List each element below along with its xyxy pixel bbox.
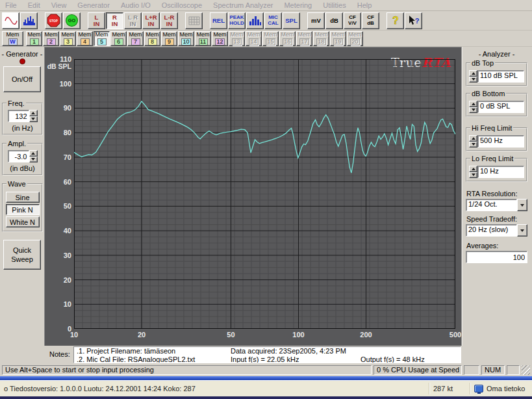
mem-14-button[interactable]: Mem14 <box>246 31 262 46</box>
freq-spin-down-button[interactable] <box>29 116 38 123</box>
mem-label: Mem <box>112 32 125 38</box>
truerta-window: FileEditViewGeneratorAudio I/OOscillosco… <box>0 0 532 399</box>
mem-2-button[interactable]: Mem2 <box>43 31 59 46</box>
lo-freq-value[interactable]: 10 Hz <box>477 166 524 178</box>
crest-factor-vv-button[interactable]: CFV/V <box>344 12 361 29</box>
db-bottom-group: dB Bottom 0 dB SPL <box>466 93 527 117</box>
rta-resolution-value: 1/24 Oct. <box>466 199 517 211</box>
mem-9-button[interactable]: Mem9 <box>161 31 177 46</box>
spectrum-analyzer-button[interactable] <box>20 12 38 29</box>
mem-6-button[interactable]: Mem6 <box>110 31 127 46</box>
mem-7-button[interactable]: Mem7 <box>127 31 144 46</box>
speed-tradeoff-select[interactable]: 20 Hz (slow) <box>466 224 527 237</box>
mv-units-button[interactable]: mV <box>307 12 325 29</box>
hi-freq-spin-down-button[interactable] <box>469 142 477 148</box>
mem-number-badge: W <box>8 38 18 45</box>
menu-view[interactable]: View <box>51 1 67 9</box>
db-bottom-spin-up-button[interactable] <box>469 101 477 107</box>
db-top-spin-down-button[interactable] <box>469 77 477 83</box>
mem-18-button[interactable]: Mem18 <box>313 31 329 46</box>
resize-grip[interactable] <box>522 365 530 375</box>
menu-spectrum-analyzer[interactable]: Spectrum Analyzer <box>213 1 273 9</box>
menu-file[interactable]: File <box>5 1 17 9</box>
left-input-button[interactable]: LIN <box>88 12 105 29</box>
mem-w-button[interactable]: MemW <box>2 31 23 46</box>
menu-metering[interactable]: Metering <box>284 1 312 9</box>
notes-label: Notes: <box>49 350 70 358</box>
averages-input[interactable] <box>466 251 527 263</box>
up-arrow-icon <box>472 137 475 140</box>
db-bottom-value[interactable]: 0 dB SPL <box>477 101 524 113</box>
explorer-status-bar: o Tiedostoversio: 1.0.0.0 Luotu: 24.12.2… <box>0 380 532 399</box>
input-sample-rate: Input f(s) = 22.05 kHz <box>231 355 361 363</box>
speed-tradeoff-dropdown-button[interactable] <box>517 224 527 237</box>
mem-15-button[interactable]: Mem15 <box>262 31 279 46</box>
go-button[interactable]: GO <box>63 12 81 29</box>
wave-sine-button[interactable]: Sine <box>6 192 40 203</box>
generator-waveform-button[interactable] <box>2 12 19 29</box>
bar-graph-button[interactable] <box>246 12 264 29</box>
rta-resolution-select[interactable]: 1/24 Oct. <box>466 199 527 211</box>
down-arrow-icon <box>472 174 475 176</box>
notes-box[interactable]: .1. Project Filename: tämäseon Data acqu… <box>73 346 461 363</box>
mem-20-button[interactable]: Mem20 <box>347 31 363 46</box>
mem-16-button[interactable]: Mem16 <box>279 31 296 46</box>
db-bottom-spin-down-button[interactable] <box>469 107 477 114</box>
mem-5-button[interactable]: Mem5 <box>94 31 110 46</box>
workspace: - Generator - On/Off Freq. (in Hz) Ampl. <box>0 47 532 346</box>
grid-button[interactable] <box>185 12 203 29</box>
ampl-spin-down-button[interactable] <box>29 157 38 163</box>
sum-input-button[interactable]: L+RIN <box>142 12 160 29</box>
peak-hold-button[interactable]: PEAKHOLD <box>228 12 246 29</box>
down-arrow-icon <box>472 109 475 111</box>
mem-3-button[interactable]: Mem3 <box>60 31 76 46</box>
wave-white-noise-button[interactable]: White N <box>6 216 40 227</box>
mem-10-button[interactable]: Mem10 <box>178 31 194 46</box>
stop-button[interactable]: STOP <box>45 12 62 29</box>
help-button[interactable]: ? <box>386 12 404 29</box>
menu-help[interactable]: Help <box>357 1 372 9</box>
mem-1-button[interactable]: Mem1 <box>26 31 42 46</box>
ampl-input[interactable] <box>8 150 29 162</box>
right-input-button[interactable]: RIN <box>106 12 123 29</box>
lo-freq-spin-up-button[interactable] <box>469 166 477 172</box>
freq-spin-up-button[interactable] <box>29 110 38 116</box>
mem-number-badge: 18 <box>316 38 325 45</box>
mem-11-button[interactable]: Mem11 <box>195 31 211 46</box>
menu-utilities[interactable]: Utilities <box>323 1 346 9</box>
mem-8-button[interactable]: Mem8 <box>144 31 160 46</box>
spl-button[interactable]: SPL <box>283 12 300 29</box>
mem-12-button[interactable]: Mem12 <box>212 31 228 46</box>
rta-resolution-dropdown-button[interactable] <box>517 199 527 211</box>
wave-pink-noise-button[interactable]: Pink N <box>6 204 40 215</box>
wave-group: Wave Sine Pink N White N <box>2 183 43 232</box>
stereo-input-button[interactable]: L RIN <box>124 12 142 29</box>
mem-number-badge: 9 <box>165 38 174 45</box>
mem-17-button[interactable]: Mem17 <box>296 31 312 46</box>
context-help-button[interactable]: ? <box>405 12 422 29</box>
menu-oscilloscope[interactable]: Oscilloscope <box>162 1 202 9</box>
menu-edit[interactable]: Edit <box>28 1 40 9</box>
diff-input-button[interactable]: L-RIN <box>160 12 178 29</box>
crest-factor-db-button[interactable]: CFdB <box>362 12 379 29</box>
hi-freq-spin-up-button[interactable] <box>469 135 477 142</box>
menu-generator[interactable]: Generator <box>77 1 110 9</box>
mem-4-button[interactable]: Mem4 <box>77 31 93 46</box>
mem-19-button[interactable]: Mem19 <box>330 31 346 46</box>
mem-13-button[interactable]: Mem13 <box>229 31 245 46</box>
db-top-spin-up-button[interactable] <box>469 70 477 77</box>
db-top-value[interactable]: 110 dB SPL <box>477 70 524 83</box>
freq-input[interactable] <box>8 110 29 122</box>
lo-freq-spin-down-button[interactable] <box>469 172 477 179</box>
menu-audio-i-o[interactable]: Audio I/O <box>121 1 151 9</box>
ampl-spin-up-button[interactable] <box>29 150 38 157</box>
relative-mode-button[interactable]: REL <box>210 12 227 29</box>
quick-sweep-button[interactable]: Quick Sweep <box>3 240 41 270</box>
db-units-button[interactable]: dB <box>325 12 343 29</box>
button-label: IN <box>130 21 136 27</box>
mic-cal-button[interactable]: MICCAL <box>264 12 282 29</box>
mem-label: Mem <box>197 32 210 38</box>
generator-onoff-button[interactable]: On/Off <box>3 66 41 92</box>
hi-freq-value[interactable]: 500 Hz <box>477 135 524 148</box>
button-label: mV <box>311 18 321 24</box>
